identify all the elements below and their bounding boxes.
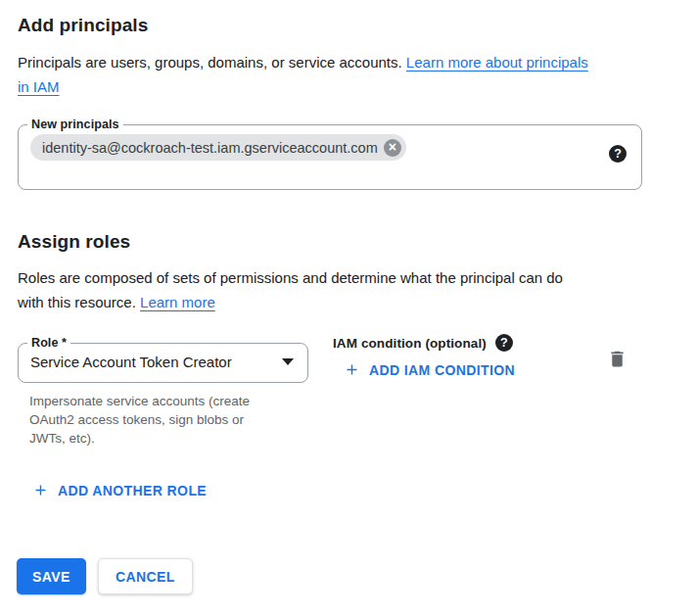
- new-principals-help-icon[interactable]: ?: [609, 145, 627, 163]
- add-iam-condition-button[interactable]: ADD IAM CONDITION: [344, 361, 515, 378]
- dropdown-arrow-icon: [282, 358, 294, 365]
- new-principals-input[interactable]: New principals identity-sa@cockroach-tes…: [18, 118, 642, 190]
- roles-description-line2: with this resource.: [18, 294, 136, 310]
- role-select[interactable]: Role * Service Account Token Creator: [18, 336, 308, 383]
- delete-role-button[interactable]: [605, 347, 629, 371]
- roles-description-line1: Roles are composed of sets of permission…: [18, 269, 563, 286]
- add-icon: [344, 361, 360, 378]
- new-principals-label: New principals: [27, 118, 123, 131]
- iam-condition-help-icon[interactable]: ?: [495, 334, 513, 352]
- role-label: Role *: [27, 336, 70, 350]
- cancel-button[interactable]: CANCEL: [98, 558, 193, 594]
- principals-description-text: Principals are users, groups, domains, o…: [18, 54, 402, 71]
- roles-description: Roles are composed of sets of permission…: [18, 265, 693, 314]
- principal-chip-text: identity-sa@cockroach-test.iam.gservicea…: [42, 140, 378, 156]
- save-button[interactable]: SAVE: [17, 558, 86, 594]
- principals-description: Principals are users, groups, domains, o…: [18, 50, 669, 99]
- assign-roles-title: Assign roles: [18, 231, 130, 253]
- chip-remove-icon[interactable]: ×: [384, 139, 401, 157]
- page-title: Add principals: [18, 15, 148, 36]
- iam-condition-label: IAM condition (optional): [333, 336, 487, 351]
- learn-more-roles-link[interactable]: Learn more: [140, 294, 215, 310]
- add-another-role-button[interactable]: ADD ANOTHER ROLE: [32, 482, 207, 498]
- add-principals-panel: Add principals Principals are users, gro…: [0, 0, 698, 616]
- add-icon: [32, 482, 49, 498]
- role-selected-value: Service Account Token Creator: [30, 354, 232, 370]
- iam-condition-label-row: IAM condition (optional) ?: [333, 334, 513, 352]
- role-helper-text: Impersonate service accounts (create OAu…: [29, 392, 318, 448]
- principal-chip: identity-sa@cockroach-test.iam.gservicea…: [30, 134, 406, 161]
- trash-icon: [607, 349, 628, 369]
